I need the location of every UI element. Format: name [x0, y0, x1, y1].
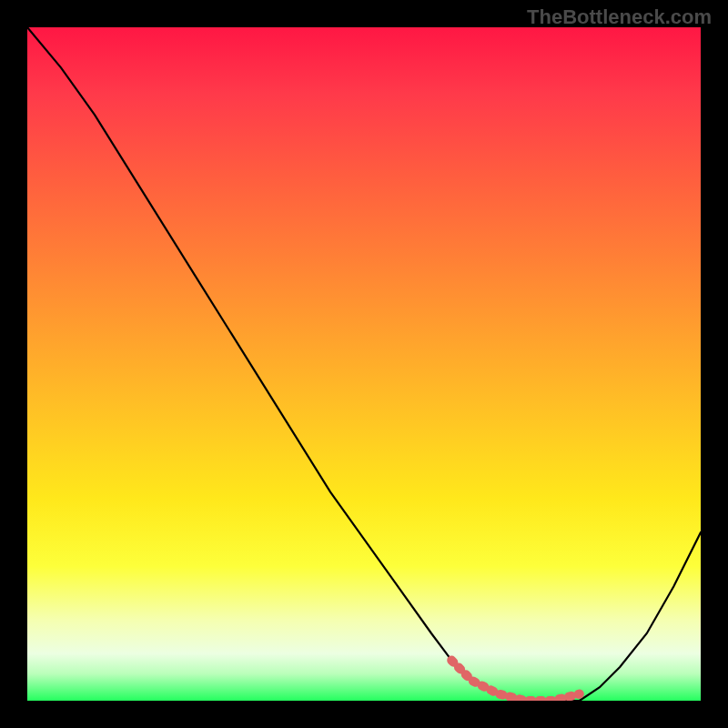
- chart-plot-area: [27, 27, 701, 701]
- optimal-range-highlight: [451, 661, 580, 701]
- watermark-text: TheBottleneck.com: [527, 5, 712, 29]
- chart-svg-layer: [27, 27, 701, 701]
- bottleneck-curve-line: [27, 27, 701, 701]
